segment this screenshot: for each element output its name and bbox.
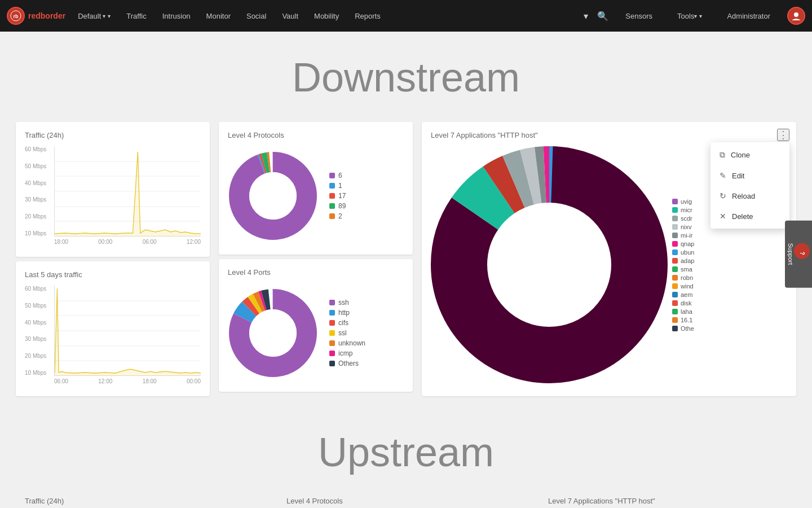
nav-admin[interactable]: Administrator bbox=[719, 0, 778, 32]
x-label: 00:00 bbox=[98, 239, 112, 245]
legend-label: uvig bbox=[681, 198, 692, 205]
legend-color bbox=[672, 224, 678, 230]
support-icon: ? bbox=[794, 243, 810, 259]
legend-color bbox=[672, 199, 678, 204]
traffic-24h-svg bbox=[55, 146, 201, 237]
nav-social[interactable]: Social bbox=[239, 0, 274, 32]
legend-color bbox=[329, 203, 335, 209]
legend-color bbox=[329, 310, 335, 316]
clone-icon: ⧉ bbox=[720, 150, 725, 160]
legend-item: adap bbox=[672, 257, 694, 264]
context-menu-edit[interactable]: ✎ Edit bbox=[710, 165, 789, 186]
y-label: 50 Mbps bbox=[25, 303, 46, 309]
upstream-labels: Traffic (24h) Level 4 Protocols Level 7 … bbox=[0, 492, 812, 508]
svg-marker-14 bbox=[55, 288, 201, 376]
legend-label: ssh bbox=[338, 299, 349, 306]
left-column: Traffic (24h) 60 Mbps 50 Mbps 40 Mbps 30… bbox=[11, 117, 214, 401]
legend-color bbox=[329, 351, 335, 356]
legend-label: mi-ir bbox=[681, 232, 692, 239]
legend-item: ssh bbox=[329, 299, 365, 306]
traffic-5d-widget: Last 5 days traffic 60 Mbps 50 Mbps 40 M… bbox=[16, 261, 210, 396]
level7-legend: uvig micr scdr nixv bbox=[672, 198, 694, 332]
reload-label: Reload bbox=[732, 192, 755, 200]
nav-monitor[interactable]: Monitor bbox=[198, 0, 239, 32]
legend-label: 17 bbox=[338, 192, 346, 200]
legend-label: 16.1 bbox=[681, 317, 692, 323]
chart-area-5d bbox=[54, 286, 201, 376]
level4-ports-title: Level 4 Ports bbox=[228, 268, 404, 277]
legend-item: disk bbox=[672, 300, 694, 306]
legend-color bbox=[329, 320, 335, 326]
legend-item: uvig bbox=[672, 198, 694, 205]
legend-label: unknown bbox=[338, 339, 365, 347]
brand[interactable]: rb redborder bbox=[7, 7, 65, 25]
legend-item: 16.1 bbox=[672, 317, 694, 323]
delete-icon: ✕ bbox=[720, 212, 726, 221]
search-icon[interactable]: 🔍 bbox=[597, 11, 608, 21]
svg-text:rb: rb bbox=[14, 14, 19, 19]
level7-apps-title: Level 7 Applications "HTTP host" bbox=[431, 131, 787, 139]
legend-item: ubun bbox=[672, 249, 694, 256]
legend-color bbox=[672, 283, 678, 289]
filter-icon[interactable]: ▾ bbox=[584, 11, 588, 21]
upstream-protocols-label: Level 4 Protocols bbox=[277, 492, 535, 508]
y-label: 50 Mbps bbox=[25, 163, 46, 169]
legend-label: ubun bbox=[681, 249, 694, 256]
legend-label: ssl bbox=[338, 329, 347, 337]
traffic-5d-title: Last 5 days traffic bbox=[25, 270, 201, 279]
widget-menu-button[interactable]: ⋮ bbox=[777, 129, 789, 141]
nav-mobility[interactable]: Mobility bbox=[306, 0, 347, 32]
support-tab[interactable]: ? Support bbox=[785, 221, 812, 288]
nav-reports[interactable]: Reports bbox=[347, 0, 389, 32]
upstream-traffic-label: Traffic (24h) bbox=[16, 492, 273, 508]
legend-item: 1 bbox=[329, 182, 346, 190]
legend-color bbox=[672, 241, 678, 247]
protocols-legend: 6 1 17 89 bbox=[329, 172, 346, 220]
nav-tools[interactable]: Tools ▾ bbox=[669, 0, 710, 32]
context-menu-clone[interactable]: ⧉ Clone bbox=[710, 144, 789, 165]
legend-item: 89 bbox=[329, 202, 346, 210]
nav-items: Default ▾ Traffic Intrusion Monitor Soci… bbox=[70, 0, 584, 32]
legend-color bbox=[329, 193, 335, 199]
legend-color bbox=[672, 326, 678, 331]
legend-color bbox=[329, 300, 335, 305]
nav-intrusion[interactable]: Intrusion bbox=[155, 0, 198, 32]
y-label: 40 Mbps bbox=[25, 180, 46, 186]
level7-donut-svg bbox=[431, 146, 668, 383]
legend-item: unknown bbox=[329, 339, 365, 347]
nav-vault[interactable]: Vault bbox=[274, 0, 306, 32]
upstream-section: Upstream Traffic (24h) Level 4 Protocols… bbox=[0, 412, 812, 508]
legend-label: Othe bbox=[681, 325, 694, 332]
nav-sensors[interactable]: Sensors bbox=[617, 0, 660, 32]
legend-color bbox=[672, 207, 678, 213]
reload-icon: ↻ bbox=[720, 191, 726, 200]
nav-default[interactable]: Default ▾ bbox=[70, 0, 118, 32]
context-menu-delete[interactable]: ✕ Delete bbox=[710, 206, 789, 226]
support-label: Support bbox=[787, 243, 794, 265]
x-label: 18:00 bbox=[143, 378, 157, 384]
chart-x-labels: 18:00 00:00 06:00 12:00 bbox=[54, 239, 201, 245]
legend-item: http bbox=[329, 309, 365, 317]
legend-item: Others bbox=[329, 360, 365, 367]
protocols-donut-svg bbox=[228, 151, 318, 241]
legend-item: aem bbox=[672, 291, 694, 298]
edit-label: Edit bbox=[732, 172, 744, 180]
chart-y-labels: 60 Mbps 50 Mbps 40 Mbps 30 Mbps 20 Mbps … bbox=[25, 146, 46, 237]
page-content: Downstream Traffic (24h) 60 Mbps 50 Mbps… bbox=[0, 32, 812, 508]
nav-traffic[interactable]: Traffic bbox=[118, 0, 154, 32]
legend-color bbox=[329, 183, 335, 189]
legend-label: qnap bbox=[681, 240, 694, 247]
edit-icon: ✎ bbox=[720, 171, 726, 180]
delete-label: Delete bbox=[732, 212, 753, 221]
downstream-title: Downstream bbox=[0, 32, 812, 117]
legend-label: laha bbox=[681, 308, 692, 315]
admin-avatar[interactable] bbox=[787, 7, 805, 25]
legend-label: aem bbox=[681, 291, 692, 298]
level4-protocols-title: Level 4 Protocols bbox=[228, 131, 404, 139]
legend-color bbox=[329, 361, 335, 366]
chart-y-labels-5d: 60 Mbps 50 Mbps 40 Mbps 30 Mbps 20 Mbps … bbox=[25, 286, 46, 376]
legend-label: sma bbox=[681, 266, 692, 273]
legend-label: wind bbox=[681, 283, 694, 290]
x-label: 12:00 bbox=[187, 239, 201, 245]
context-menu-reload[interactable]: ↻ Reload bbox=[710, 186, 789, 206]
